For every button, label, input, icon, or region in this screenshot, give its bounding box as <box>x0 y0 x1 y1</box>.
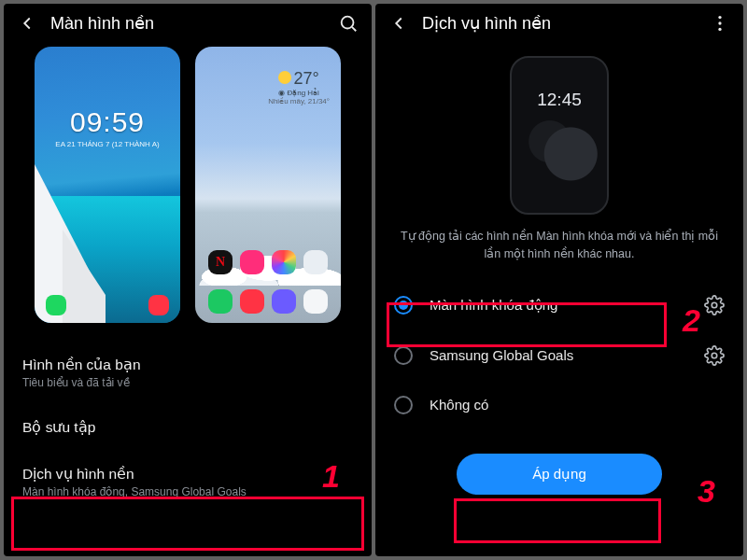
wallpaper-services-screen: Dịch vụ hình nền 12:45 Tự động tải các h… <box>375 4 743 556</box>
preview-time: 12:45 <box>537 90 582 213</box>
app-icon <box>240 250 264 274</box>
gear-icon[interactable] <box>704 345 725 366</box>
lock-date: EA 21 THÁNG 7 (12 THÀNH A) <box>55 140 159 148</box>
camera-shortcut-icon <box>148 295 169 315</box>
header: Màn hình nền <box>4 4 372 41</box>
gear-icon[interactable] <box>704 295 725 315</box>
weather-widget: 27° ◉ Đặng Hải Nhiều mây, 21/34° <box>268 69 330 105</box>
option-none[interactable]: Không có <box>375 381 743 429</box>
service-options: Màn hình khóa động Samsung Global Goals … <box>375 276 743 433</box>
svg-point-2 <box>718 16 721 19</box>
sun-icon <box>278 71 291 84</box>
wallpaper-settings-screen: Màn hình nền 09:59 EA 21 THÁNG 7 (12 THÀ… <box>4 4 372 556</box>
lock-time: 09:59 <box>70 106 145 138</box>
header: Dịch vụ hình nền <box>375 4 743 41</box>
service-description: Tự động tải các hình nền Màn hình khóa m… <box>375 224 743 276</box>
svg-point-0 <box>342 17 354 29</box>
svg-point-4 <box>718 28 721 31</box>
app-icon <box>303 289 328 314</box>
radio-selected-icon[interactable] <box>394 296 413 315</box>
list-item-collection[interactable]: Bộ sưu tập <box>4 404 372 451</box>
app-row: N <box>195 250 341 274</box>
page-title: Dịch vụ hình nền <box>422 13 697 34</box>
service-preview: 12:45 <box>510 56 609 215</box>
option-samsung-global-goals[interactable]: Samsung Global Goals <box>375 330 743 381</box>
homescreen-preview[interactable]: 27° ◉ Đặng Hải Nhiều mây, 21/34° N <box>195 47 341 323</box>
phone-app-icon <box>208 289 233 314</box>
more-icon[interactable] <box>710 13 730 34</box>
app-icon <box>303 250 328 274</box>
wallpaper-previews: 09:59 EA 21 THÁNG 7 (12 THÀNH A) 27° ◉ Đ… <box>4 41 372 338</box>
lockscreen-preview[interactable]: 09:59 EA 21 THÁNG 7 (12 THÀNH A) <box>35 47 180 323</box>
page-title: Màn hình nền <box>50 13 325 34</box>
netflix-app-icon: N <box>208 250 233 274</box>
phone-shortcut-icon <box>46 295 66 315</box>
back-icon[interactable] <box>17 13 37 34</box>
list-item-your-wallpapers[interactable]: Hình nền của bạn Tiêu biểu và đã tải về <box>4 342 372 404</box>
list-item-wallpaper-services[interactable]: Dịch vụ hình nền Màn hình khóa động, Sam… <box>4 451 372 513</box>
search-icon[interactable] <box>338 13 359 34</box>
annotation-number-3: 3 <box>698 473 715 510</box>
apply-button[interactable]: Áp dụng <box>457 454 662 495</box>
settings-list: Hình nền của bạn Tiêu biểu và đã tải về … <box>4 338 372 513</box>
browser-app-icon <box>272 289 296 314</box>
svg-point-3 <box>718 21 721 24</box>
svg-line-1 <box>352 27 356 31</box>
back-icon[interactable] <box>388 13 409 34</box>
radio-icon[interactable] <box>394 396 413 414</box>
option-dynamic-lockscreen[interactable]: Màn hình khóa động <box>375 280 743 330</box>
svg-point-5 <box>712 302 717 308</box>
radio-icon[interactable] <box>394 346 413 365</box>
app-icon <box>272 250 296 274</box>
camera-app-icon <box>240 289 264 314</box>
annotation-box-3 <box>454 498 661 543</box>
svg-point-6 <box>712 353 717 358</box>
dock-row <box>195 289 341 314</box>
